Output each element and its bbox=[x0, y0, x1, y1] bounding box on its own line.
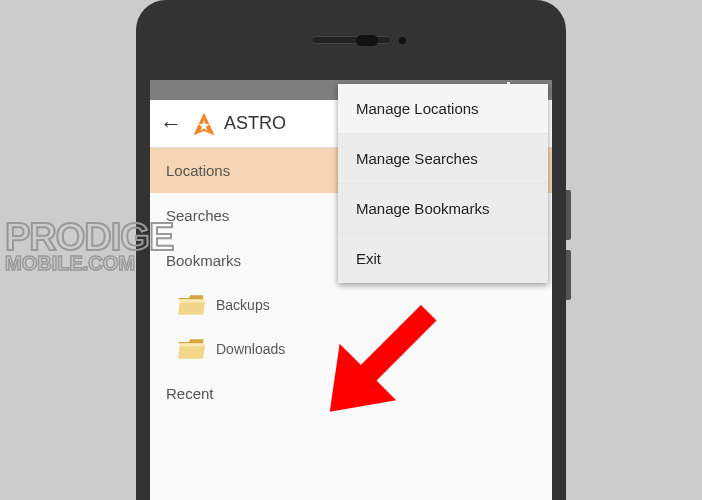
menu-manage-locations[interactable]: Manage Locations bbox=[338, 84, 548, 133]
app-title: ASTRO bbox=[224, 113, 286, 134]
folder-icon bbox=[178, 293, 206, 317]
section-recent[interactable]: Recent bbox=[150, 371, 552, 416]
bookmark-label: Downloads bbox=[216, 341, 285, 357]
back-icon[interactable]: ← bbox=[160, 111, 190, 137]
phone-speaker bbox=[311, 36, 391, 44]
bookmark-item[interactable]: Backups bbox=[150, 283, 552, 327]
watermark-line1: PRODIGE bbox=[5, 220, 173, 254]
screen: 12:00 ← ASTRO Locations Searches Bookmar… bbox=[150, 80, 552, 500]
phone-sensor bbox=[356, 35, 378, 46]
folder-icon bbox=[178, 337, 206, 361]
phone-side-button bbox=[566, 250, 571, 300]
bookmark-item[interactable]: Downloads bbox=[150, 327, 552, 371]
menu-manage-bookmarks[interactable]: Manage Bookmarks bbox=[338, 183, 548, 233]
overflow-menu: Manage Locations Manage Searches Manage … bbox=[338, 84, 548, 283]
menu-manage-searches[interactable]: Manage Searches bbox=[338, 133, 548, 183]
astro-logo-icon bbox=[190, 110, 218, 138]
phone-side-button bbox=[566, 190, 571, 240]
watermark: PRODIGE MOBILE.COM bbox=[5, 220, 173, 272]
menu-exit[interactable]: Exit bbox=[338, 233, 548, 283]
phone-frame: 12:00 ← ASTRO Locations Searches Bookmar… bbox=[136, 0, 566, 500]
bookmark-label: Backups bbox=[216, 297, 270, 313]
